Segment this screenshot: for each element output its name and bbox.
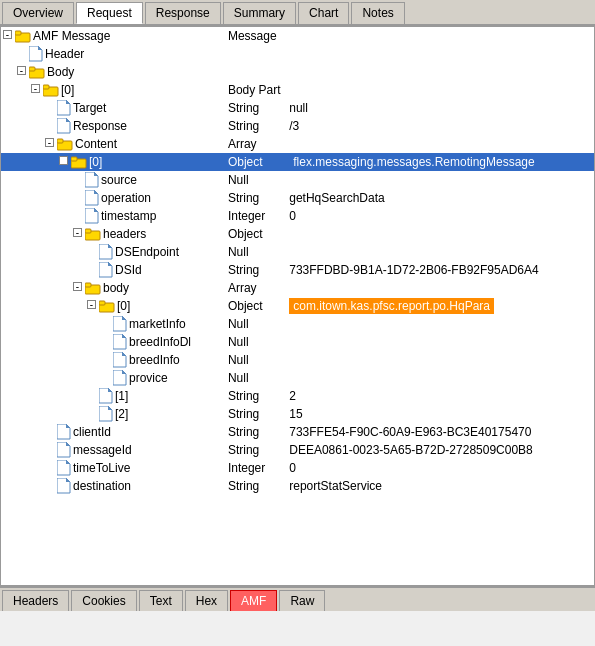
tree-toggle[interactable]: - [45,138,54,147]
table-row[interactable]: - [0]Objectflex.messaging.messages.Remot… [1,153,594,171]
node-value [287,351,594,369]
node-name: destination [73,479,131,493]
node-name: Target [73,101,106,115]
table-row[interactable]: messageIdStringDEEA0861-0023-5A65-B72D-2… [1,441,594,459]
node-value: 733FFDBD-9B1A-1D72-2B06-FB92F95AD6A4 [287,261,594,279]
node-value: DEEA0861-0023-5A65-B72D-2728509C00B8 [287,441,594,459]
folder-icon [71,155,89,170]
file-icon [57,118,73,134]
node-name: breedInfoDl [129,335,191,349]
svg-marker-9 [66,100,70,104]
node-name: DSEndpoint [115,245,179,259]
tab-response[interactable]: Response [145,2,221,24]
table-row[interactable]: proviceNull [1,369,594,387]
node-type [226,45,287,63]
tab-amf[interactable]: AMF [230,590,277,611]
node-value: null [287,99,594,117]
tree-toggle[interactable]: - [87,300,96,309]
table-row[interactable]: DSEndpointNull [1,243,594,261]
node-type: String [226,423,287,441]
table-row[interactable]: DSIdString733FFDBD-9B1A-1D72-2B06-FB92F9… [1,261,594,279]
svg-rect-23 [85,229,91,233]
table-row[interactable]: - Body [1,63,594,81]
tree-toggle[interactable]: - [59,156,68,165]
folder-icon [85,281,103,296]
file-icon [57,424,73,440]
node-value [287,315,594,333]
bottom-tab-bar: Headers Cookies Text Hex AMF Raw [0,586,595,611]
file-icon [57,460,73,476]
tree-toggle[interactable]: - [31,84,40,93]
table-row[interactable]: - headersObject [1,225,594,243]
node-value: reportStatService [287,477,594,495]
svg-rect-13 [57,139,63,143]
file-icon [113,316,129,332]
node-value: /3 [287,117,594,135]
node-name: breedInfo [129,353,180,367]
node-type: String [226,99,287,117]
table-row[interactable]: marketInfoNull [1,315,594,333]
file-icon [57,442,73,458]
node-name: provice [129,371,168,385]
tab-hex[interactable]: Hex [185,590,228,611]
file-icon [57,100,73,116]
tab-chart[interactable]: Chart [298,2,349,24]
node-value [287,243,594,261]
table-row[interactable]: - ContentArray [1,135,594,153]
table-row[interactable]: breedInfoDlNull [1,333,594,351]
tab-headers[interactable]: Headers [2,590,69,611]
node-type: Null [226,333,287,351]
node-type: Array [226,135,287,153]
node-type: Object [226,225,287,243]
file-icon [99,406,115,422]
folder-icon [29,65,47,80]
node-value [287,27,594,45]
table-row[interactable]: - bodyArray [1,279,594,297]
table-row[interactable]: ResponseString/3 [1,117,594,135]
tab-notes[interactable]: Notes [351,2,404,24]
table-row[interactable]: sourceNull [1,171,594,189]
node-value [287,135,594,153]
node-value [287,171,594,189]
tab-overview[interactable]: Overview [2,2,74,24]
tab-cookies[interactable]: Cookies [71,590,136,611]
table-row[interactable]: - AMF MessageMessage [1,27,594,45]
node-type: String [226,261,287,279]
tree-toggle[interactable]: - [73,282,82,291]
table-row[interactable]: timestampInteger0 [1,207,594,225]
table-row[interactable]: breedInfoNull [1,351,594,369]
table-row[interactable]: clientIdString733FFE54-F90C-60A9-E963-BC… [1,423,594,441]
table-row[interactable]: [1]String2 [1,387,594,405]
table-row[interactable]: timeToLiveInteger0 [1,459,594,477]
node-type: Integer [226,459,287,477]
node-value [287,81,594,99]
svg-rect-1 [15,31,21,35]
node-value [287,45,594,63]
table-row[interactable]: destinationStringreportStatService [1,477,594,495]
tab-text[interactable]: Text [139,590,183,611]
table-row[interactable]: - [0]Objectcom.itown.kas.pfsc.report.po.… [1,297,594,315]
tab-raw[interactable]: Raw [279,590,325,611]
tab-request[interactable]: Request [76,2,143,24]
tree-view: - AMF MessageMessage Header- Body- [0]Bo… [0,26,595,586]
tree-toggle[interactable]: - [3,30,12,39]
table-row[interactable]: TargetStringnull [1,99,594,117]
table-row[interactable]: [2]String15 [1,405,594,423]
node-value: 0 [287,207,594,225]
folder-icon [99,299,117,314]
node-value: 733FFE54-F90C-60A9-E963-BC3E40175470 [287,423,594,441]
file-icon [85,190,101,206]
tree-toggle[interactable]: - [73,228,82,237]
file-icon [57,478,73,494]
table-row[interactable]: Header [1,45,594,63]
node-type: String [226,117,287,135]
node-type: String [226,387,287,405]
tab-summary[interactable]: Summary [223,2,296,24]
tree-toggle[interactable]: - [17,66,26,75]
table-row[interactable]: operationStringgetHqSearchData [1,189,594,207]
file-icon [113,334,129,350]
node-type: Message [226,27,287,45]
node-type: Null [226,315,287,333]
table-row[interactable]: - [0]Body Part [1,81,594,99]
folder-icon [15,29,33,44]
